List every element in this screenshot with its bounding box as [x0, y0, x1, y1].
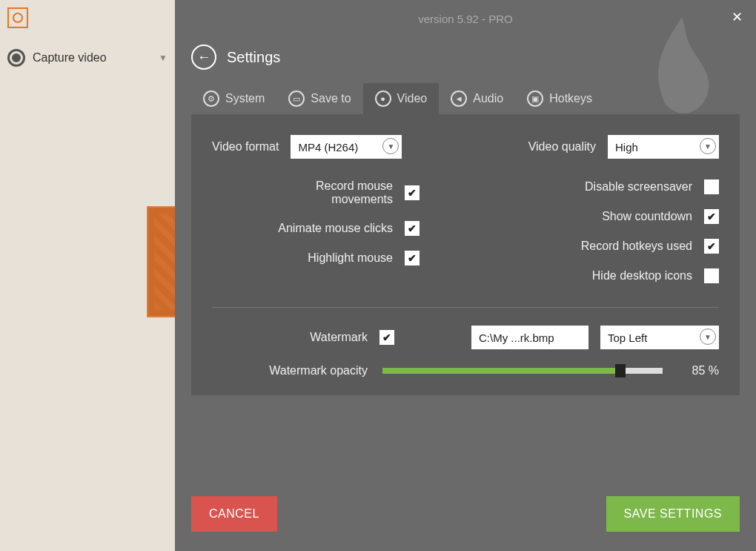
record-hotkeys-checkbox[interactable]: ✔ [704, 239, 719, 254]
divider [212, 307, 719, 308]
tab-saveto[interactable]: ▭Save to [276, 83, 362, 114]
tabs: ⚙System ▭Save to ●Video ◄Audio ▣Hotkeys [175, 83, 756, 114]
keyboard-icon: ▣ [527, 90, 543, 107]
video-quality-label: Video quality [528, 140, 596, 154]
tab-system[interactable]: ⚙System [191, 83, 276, 114]
folder-icon: ▭ [288, 90, 305, 107]
page-title: Settings [227, 49, 280, 66]
watermark-path-input[interactable]: C:\My ...rk.bmp [471, 326, 588, 349]
capture-mode-dropdown[interactable]: Capture video ▼ [7, 43, 168, 73]
animate-clicks-checkbox[interactable]: ✔ [405, 221, 420, 236]
capture-mode-label: Capture video [33, 51, 151, 65]
watermark-checkbox[interactable]: ✔ [379, 330, 394, 345]
chevron-down-icon: ▼ [159, 53, 168, 63]
tab-audio[interactable]: ◄Audio [439, 83, 515, 114]
cancel-button[interactable]: CANCEL [191, 496, 277, 532]
chevron-down-icon: ▼ [382, 138, 399, 154]
highlight-mouse-checkbox[interactable]: ✔ [405, 251, 420, 265]
show-countdown-checkbox[interactable]: ✔ [704, 209, 719, 224]
footer: CANCEL SAVE SETTINGS [175, 477, 756, 551]
hide-icons-checkbox[interactable] [704, 268, 719, 283]
opacity-slider[interactable] [382, 368, 663, 374]
close-button[interactable]: ✕ [732, 9, 743, 25]
opacity-label: Watermark opacity [212, 364, 368, 377]
record-icon: ● [375, 90, 391, 107]
tab-video[interactable]: ●Video [363, 83, 440, 114]
video-format-select[interactable]: MP4 (H264)▼ [291, 135, 402, 159]
speaker-icon: ◄ [451, 90, 467, 107]
back-button[interactable]: ← [191, 44, 216, 70]
version-label: version 5.92 - PRO [418, 13, 513, 25]
disable-screensaver-checkbox[interactable] [704, 179, 719, 194]
chevron-down-icon: ▼ [700, 329, 716, 345]
app-logo-icon [7, 7, 28, 28]
record-mouse-checkbox[interactable]: ✔ [405, 185, 420, 200]
watermark-label: Watermark [212, 331, 368, 344]
watermark-position-select[interactable]: Top Left▼ [600, 326, 719, 349]
gear-icon: ⚙ [203, 90, 219, 107]
settings-panel: version 5.92 - PRO ✕ ← Settings ⚙System … [175, 0, 756, 551]
tab-hotkeys[interactable]: ▣Hotkeys [515, 83, 604, 114]
radio-icon [7, 49, 25, 67]
sidebar: Capture video ▼ [0, 0, 175, 551]
video-quality-select[interactable]: High▼ [608, 135, 719, 159]
save-settings-button[interactable]: SAVE SETTINGS [606, 496, 740, 532]
topbar: version 5.92 - PRO ✕ [175, 0, 756, 37]
chevron-down-icon: ▼ [700, 138, 716, 154]
video-settings: Video format MP4 (H264)▼ Video quality H… [191, 114, 740, 395]
video-format-label: Video format [212, 140, 279, 154]
opacity-value: 85 % [677, 364, 719, 377]
